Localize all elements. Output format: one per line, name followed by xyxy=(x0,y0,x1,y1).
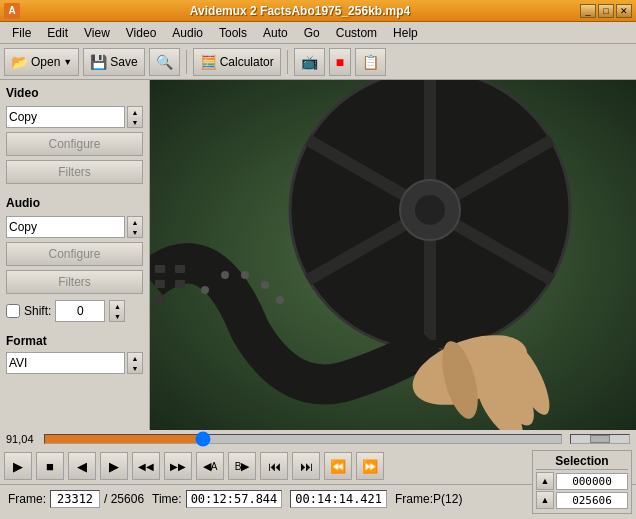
go-end-icon: ⏭ xyxy=(300,459,313,474)
frame-value: 23312 xyxy=(50,490,100,508)
shift-spinner[interactable]: ▲ ▼ xyxy=(109,300,125,322)
mark-b-button[interactable]: B ▶ xyxy=(228,452,256,480)
audio-codec-spin-down[interactable]: ▼ xyxy=(128,227,142,237)
menu-audio[interactable]: Audio xyxy=(164,24,211,42)
audio-configure-button[interactable]: Configure xyxy=(6,242,143,266)
open-button[interactable]: 📂 Open ▼ xyxy=(4,48,79,76)
svg-point-7 xyxy=(415,195,445,225)
mark-a-label: A xyxy=(211,461,218,472)
shift-row: Shift: 0 ▲ ▼ xyxy=(6,300,143,322)
audio-codec-spinner[interactable]: ▲ ▼ xyxy=(127,216,143,238)
selection-a-button[interactable]: ▲ xyxy=(536,472,554,490)
video-scene-svg xyxy=(150,80,636,430)
video-codec-select[interactable]: Copy Mpeg4 AVC Xvid xyxy=(6,106,125,128)
maximize-button[interactable]: □ xyxy=(598,4,614,18)
menu-auto[interactable]: Auto xyxy=(255,24,296,42)
menu-video[interactable]: Video xyxy=(118,24,164,42)
audio-filters-button[interactable]: Filters xyxy=(6,270,143,294)
tv-icon-button[interactable]: 📺 xyxy=(294,48,325,76)
seekbar[interactable] xyxy=(44,434,562,444)
red-square-button[interactable]: ■ xyxy=(329,48,351,76)
audio-section-label: Audio xyxy=(6,196,143,210)
video-codec-spin-up[interactable]: ▲ xyxy=(128,107,142,117)
next-keyframe-icon: ⏩ xyxy=(362,459,378,474)
menu-edit[interactable]: Edit xyxy=(39,24,76,42)
minimize-button[interactable]: _ xyxy=(580,4,596,18)
video-section-label: Video xyxy=(6,86,143,100)
selection-b-icon: ▲ xyxy=(541,495,550,505)
next-keyframe-button[interactable]: ⏩ xyxy=(356,452,384,480)
selection-b-button[interactable]: ▲ xyxy=(536,491,554,509)
svg-point-18 xyxy=(201,286,209,294)
menu-view[interactable]: View xyxy=(76,24,118,42)
mark-b-label: B xyxy=(235,461,242,472)
toolbar-separator xyxy=(186,50,187,74)
seekbar-right-section xyxy=(570,434,630,444)
next-frame-button[interactable]: ▶ xyxy=(100,452,128,480)
shift-spin-down[interactable]: ▼ xyxy=(110,311,124,321)
play-button[interactable]: ▶ xyxy=(4,452,32,480)
svg-point-19 xyxy=(221,271,229,279)
video-codec-spinner[interactable]: ▲ ▼ xyxy=(127,106,143,128)
video-codec-row: Copy Mpeg4 AVC Xvid ▲ ▼ xyxy=(6,106,143,128)
audio-codec-spin-up[interactable]: ▲ xyxy=(128,217,142,227)
go-start-button[interactable]: ⏮ xyxy=(260,452,288,480)
shift-label: Shift: xyxy=(24,304,51,318)
video-codec-spin-down[interactable]: ▼ xyxy=(128,117,142,127)
prev-keyframe-icon: ⏪ xyxy=(330,459,346,474)
seekbar-thumb-right xyxy=(590,435,610,443)
rewind-icon: ◀◀ xyxy=(138,461,154,472)
toolbar-separator2 xyxy=(287,50,288,74)
window-title: Avidemux 2 FactsAbo1975_256kb.mp4 xyxy=(20,4,580,18)
forward-button[interactable]: ▶▶ xyxy=(164,452,192,480)
shift-input[interactable]: 0 xyxy=(55,300,105,322)
svg-rect-9 xyxy=(155,280,165,288)
time-value: 00:12:57.844 xyxy=(186,490,283,508)
prev-frame-icon: ◀ xyxy=(77,459,87,474)
stop-icon: ■ xyxy=(46,459,54,474)
menu-go[interactable]: Go xyxy=(296,24,328,42)
frame-status: Frame: 23312 / 25606 xyxy=(8,490,144,508)
shift-checkbox[interactable] xyxy=(6,304,20,318)
save-icon: 💾 xyxy=(90,54,107,70)
calculator-label: Calculator xyxy=(220,55,274,69)
clipboard-button[interactable]: 📋 xyxy=(355,48,386,76)
menu-file[interactable]: File xyxy=(4,24,39,42)
menu-help[interactable]: Help xyxy=(385,24,426,42)
menu-tools[interactable]: Tools xyxy=(211,24,255,42)
app-icon: A xyxy=(4,3,20,19)
selection-a-value: 000000 xyxy=(556,473,628,490)
go-end-button[interactable]: ⏭ xyxy=(292,452,320,480)
audio-codec-row: Copy MP3 AAC ▲ ▼ xyxy=(6,216,143,238)
record-icon: ■ xyxy=(336,54,344,70)
rewind-button[interactable]: ◀◀ xyxy=(132,452,160,480)
magnify-button[interactable]: 🔍 xyxy=(149,48,180,76)
magnify-icon: 🔍 xyxy=(156,54,173,70)
toolbar: 📂 Open ▼ 💾 Save 🔍 🧮 Calculator 📺 ■ 📋 xyxy=(0,44,636,80)
format-select[interactable]: AVI MKV MP4 xyxy=(6,352,125,374)
save-button[interactable]: 💾 Save xyxy=(83,48,144,76)
video-filters-button[interactable]: Filters xyxy=(6,160,143,184)
time-end-value: 00:14:14.421 xyxy=(290,490,387,508)
audio-codec-select[interactable]: Copy MP3 AAC xyxy=(6,216,125,238)
svg-point-20 xyxy=(241,271,249,279)
open-dropdown-icon[interactable]: ▼ xyxy=(63,57,72,67)
format-spin-down[interactable]: ▼ xyxy=(128,363,142,373)
mark-a-button[interactable]: ◀ A xyxy=(196,452,224,480)
menubar: File Edit View Video Audio Tools Auto Go… xyxy=(0,22,636,44)
svg-rect-10 xyxy=(155,295,165,303)
shift-spin-up[interactable]: ▲ xyxy=(110,301,124,311)
menu-custom[interactable]: Custom xyxy=(328,24,385,42)
svg-rect-8 xyxy=(155,265,165,273)
close-button[interactable]: ✕ xyxy=(616,4,632,18)
open-folder-icon: 📂 xyxy=(11,54,28,70)
stop-button[interactable]: ■ xyxy=(36,452,64,480)
format-spinner[interactable]: ▲ ▼ xyxy=(127,352,143,374)
prev-keyframe-button[interactable]: ⏪ xyxy=(324,452,352,480)
selection-a-icon: ▲ xyxy=(541,476,550,486)
prev-frame-button[interactable]: ◀ xyxy=(68,452,96,480)
selection-panel: Selection ▲ 000000 ▲ 025606 xyxy=(532,450,632,514)
format-spin-up[interactable]: ▲ xyxy=(128,353,142,363)
calculator-button[interactable]: 🧮 Calculator xyxy=(193,48,281,76)
video-configure-button[interactable]: Configure xyxy=(6,132,143,156)
